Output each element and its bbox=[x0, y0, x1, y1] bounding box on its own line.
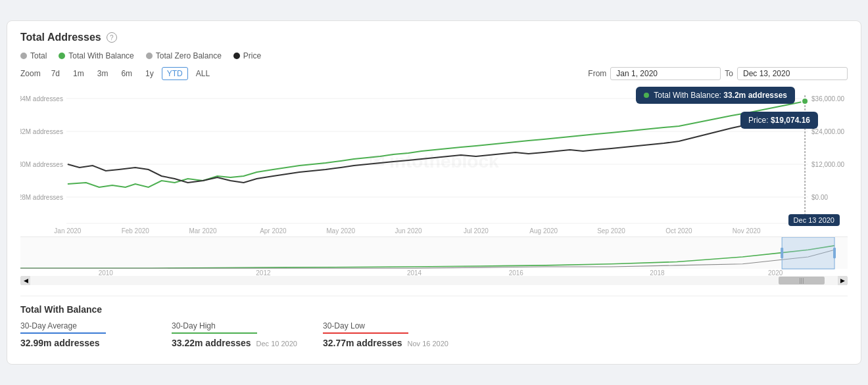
date-range: From To bbox=[588, 67, 848, 80]
zoom-1y[interactable]: 1y bbox=[140, 67, 159, 80]
stat-low-label: 30-Day Low bbox=[323, 321, 454, 330]
stat-high-underline bbox=[172, 332, 257, 334]
scroll-right-button[interactable]: ▶ bbox=[838, 276, 847, 285]
stat-high-label: 30-Day High bbox=[172, 321, 303, 330]
price-legend-dot bbox=[233, 53, 240, 59]
minimap-selection[interactable] bbox=[782, 237, 834, 269]
stat-low: 30-Day Low 32.77m addresses Nov 16 2020 bbox=[323, 321, 454, 348]
stats-cols-row: 30-Day Average 32.99m addresses 30-Day H… bbox=[20, 321, 848, 348]
zoom-ytd[interactable]: YTD bbox=[162, 67, 188, 80]
svg-text:$24,000.00: $24,000.00 bbox=[811, 128, 844, 135]
zoom-7d[interactable]: 7d bbox=[46, 67, 65, 80]
svg-text:Mar 2020: Mar 2020 bbox=[189, 227, 217, 235]
card-title: Total Addresses bbox=[20, 32, 101, 43]
card-header: Total Addresses ? bbox=[20, 32, 848, 43]
controls-row: Zoom 7d 1m 3m 6m 1y YTD ALL From To bbox=[20, 67, 848, 80]
svg-text:Oct 2020: Oct 2020 bbox=[665, 227, 692, 235]
from-label: From bbox=[588, 69, 606, 78]
stat-low-underline bbox=[323, 332, 408, 334]
scroll-thumb[interactable]: ||| bbox=[779, 277, 825, 284]
svg-text:Feb 2020: Feb 2020 bbox=[122, 227, 150, 235]
stats-title: Total With Balance bbox=[20, 304, 848, 315]
legend-row: Total Total With Balance Total Zero Bala… bbox=[20, 51, 848, 60]
svg-text:Jul 2020: Jul 2020 bbox=[464, 227, 489, 235]
svg-text:2018: 2018 bbox=[650, 269, 664, 276]
total-with-balance-line bbox=[68, 101, 805, 187]
stat-average: 30-Day Average 32.99m addresses bbox=[20, 321, 152, 348]
svg-text:32M addresses: 32M addresses bbox=[20, 128, 63, 135]
svg-text:2014: 2014 bbox=[407, 269, 422, 276]
svg-text:Jan 2020: Jan 2020 bbox=[54, 227, 81, 235]
svg-text:2016: 2016 bbox=[509, 269, 523, 276]
to-label: To bbox=[725, 69, 733, 78]
stat-high: 30-Day High 33.22m addresses Dec 10 2020 bbox=[172, 321, 303, 348]
total-zero-balance-legend-dot bbox=[146, 53, 153, 59]
legend-total-label: Total bbox=[30, 51, 47, 60]
zoom-3m[interactable]: 3m bbox=[92, 67, 114, 80]
main-chart-svg: 34M addresses 32M addresses 30M addresse… bbox=[20, 85, 848, 237]
stat-low-value: 32.77m addresses Nov 16 2020 bbox=[323, 338, 454, 348]
svg-text:Nov 2020: Nov 2020 bbox=[733, 227, 761, 235]
svg-text:$12,000.00: $12,000.00 bbox=[811, 161, 844, 168]
legend-total[interactable]: Total bbox=[20, 51, 47, 60]
scroll-track: ||| bbox=[30, 276, 838, 285]
svg-text:28M addresses: 28M addresses bbox=[20, 194, 63, 201]
svg-text:Apr 2020: Apr 2020 bbox=[260, 227, 287, 235]
minimap-left-handle[interactable] bbox=[781, 248, 783, 258]
total-legend-dot bbox=[20, 53, 27, 59]
zoom-1m[interactable]: 1m bbox=[68, 67, 89, 80]
total-with-balance-legend-dot bbox=[59, 53, 65, 59]
to-date-input[interactable] bbox=[737, 67, 848, 80]
stat-average-value: 32.99m addresses bbox=[20, 338, 152, 348]
zoom-6m[interactable]: 6m bbox=[116, 67, 137, 80]
price-tooltip-dot bbox=[802, 115, 808, 122]
svg-text:34M addresses: 34M addresses bbox=[20, 95, 63, 102]
stat-low-date: Nov 16 2020 bbox=[408, 340, 448, 348]
svg-text:30M addresses: 30M addresses bbox=[20, 161, 63, 168]
stat-average-underline bbox=[20, 332, 106, 334]
legend-total-zero-balance[interactable]: Total Zero Balance bbox=[146, 51, 222, 60]
svg-text:2010: 2010 bbox=[99, 269, 113, 276]
scroll-left-button[interactable]: ◀ bbox=[21, 276, 30, 285]
svg-text:Sep 2020: Sep 2020 bbox=[597, 227, 625, 235]
stat-high-date: Dec 10 2020 bbox=[256, 340, 297, 348]
legend-price[interactable]: Price bbox=[233, 51, 261, 60]
stat-average-label: 30-Day Average bbox=[20, 321, 152, 330]
minimap-right-handle[interactable] bbox=[833, 248, 836, 258]
zoom-all[interactable]: ALL bbox=[191, 67, 215, 80]
svg-text:Aug 2020: Aug 2020 bbox=[529, 227, 558, 235]
svg-text:$36,000.00: $36,000.00 bbox=[811, 95, 844, 102]
balance-tooltip-dot bbox=[802, 98, 808, 104]
svg-text:May 2020: May 2020 bbox=[326, 227, 355, 235]
main-chart-area: 34M addresses 32M addresses 30M addresse… bbox=[20, 85, 848, 237]
svg-text:2012: 2012 bbox=[256, 269, 270, 276]
legend-price-label: Price bbox=[243, 51, 261, 60]
svg-text:$0.00: $0.00 bbox=[811, 194, 828, 201]
zoom-label: Zoom bbox=[20, 69, 41, 78]
legend-total-with-balance[interactable]: Total With Balance bbox=[59, 51, 133, 60]
minimap-svg: 2010 2012 2014 2016 2018 2020 bbox=[20, 237, 848, 276]
stats-section: Total With Balance 30-Day Average 32.99m… bbox=[20, 296, 848, 348]
help-icon[interactable]: ? bbox=[107, 32, 117, 43]
stat-high-value: 33.22m addresses Dec 10 2020 bbox=[172, 338, 303, 348]
from-date-input[interactable] bbox=[610, 67, 721, 80]
legend-total-with-balance-label: Total With Balance bbox=[68, 51, 133, 60]
minimap-area: 2010 2012 2014 2016 2018 2020 bbox=[20, 237, 848, 276]
scrollbar: ◀ ||| ▶ bbox=[20, 276, 848, 285]
total-addresses-card: Total Addresses ? Total Total With Balan… bbox=[7, 20, 861, 365]
zoom-group: Zoom 7d 1m 3m 6m 1y YTD ALL bbox=[20, 67, 215, 80]
svg-text:2020: 2020 bbox=[768, 269, 783, 276]
legend-total-zero-balance-label: Total Zero Balance bbox=[156, 51, 222, 60]
svg-text:Jun 2020: Jun 2020 bbox=[395, 227, 422, 235]
